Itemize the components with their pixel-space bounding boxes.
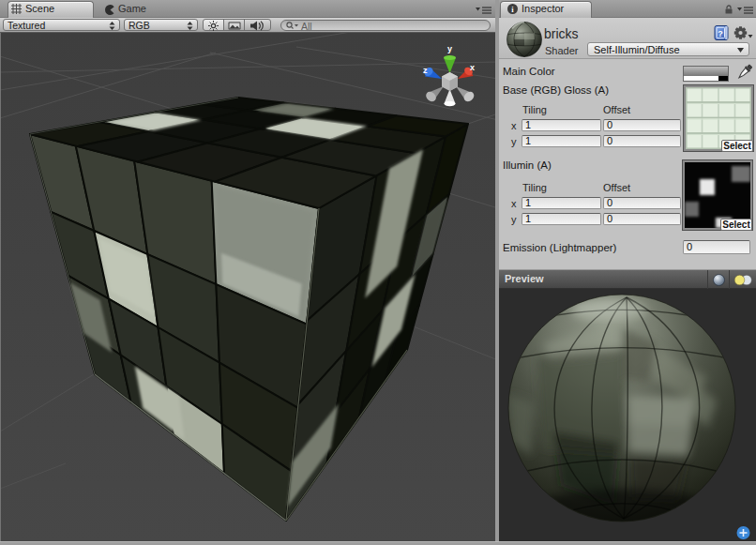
svg-text:z: z: [423, 66, 428, 75]
svg-text:y: y: [447, 44, 452, 53]
svg-text:x: x: [470, 63, 475, 72]
